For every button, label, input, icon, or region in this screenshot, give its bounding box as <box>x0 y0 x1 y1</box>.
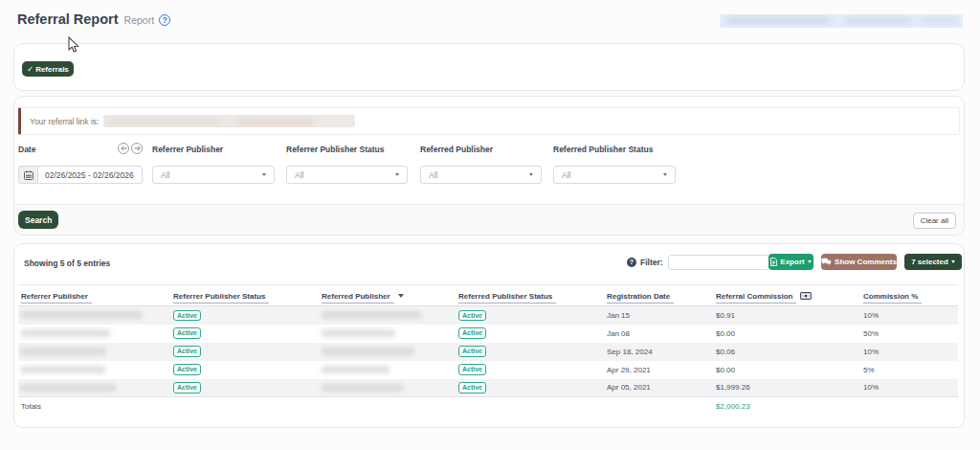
referred-status-cell: Active <box>456 361 604 379</box>
referrer-publisher-select[interactable]: All <box>152 166 275 184</box>
total-commission: $2,000.23 <box>713 397 860 416</box>
referral-link-label: Your referral link is: <box>30 117 99 126</box>
referred-status-cell: Active <box>456 325 604 343</box>
referred-publisher-cell <box>319 379 456 397</box>
column-header[interactable]: Referral Commission <box>713 285 860 306</box>
referred-status-cell: Active <box>456 379 604 397</box>
date-arrows <box>118 143 143 154</box>
column-header-label: Referrer Publisher Status <box>173 292 269 304</box>
filter-footer: Search Clear all <box>14 204 964 235</box>
chevron-down-icon <box>529 173 533 176</box>
referrer-publisher-cell <box>18 343 170 361</box>
referred-publisher-cell <box>319 306 456 325</box>
registration-date-cell: Apr 29, 2021 <box>604 361 713 379</box>
column-header-label: Referred Publisher Status <box>458 292 556 304</box>
referred-publisher-status-select[interactable]: All <box>553 166 676 184</box>
column-header-label: Referred Publisher <box>322 292 394 304</box>
column-header[interactable]: Referrer Publisher <box>18 285 170 306</box>
referrer-publisher-status-select[interactable]: All <box>286 166 408 184</box>
page-title-text: Referral Report <box>17 11 119 27</box>
referrals-tab-button[interactable]: ✓ Referrals <box>22 61 74 77</box>
column-header-label: Referral Commission <box>716 292 796 304</box>
referral-commission-cell: $0.91 <box>713 306 860 325</box>
show-comments-button[interactable]: Show Comments <box>821 254 897 270</box>
commission-pct-cell: 50% <box>860 325 958 343</box>
table-row: ActiveActiveJan 15$0.9110% <box>18 306 958 325</box>
tabs-card: ✓ Referrals <box>13 43 965 91</box>
commission-pct-cell: 10% <box>860 343 958 361</box>
showing-entries-text: Showing 5 of 5 entries <box>24 259 110 268</box>
referrals-tab-label: Referrals <box>35 65 69 74</box>
referrer-publisher-cell <box>18 379 170 397</box>
table-header-row: Referrer PublisherReferrer Publisher Sta… <box>18 285 958 306</box>
table-body: ActiveActiveJan 15$0.9110%ActiveActiveJa… <box>18 306 958 416</box>
date-filter-group: Date <box>18 145 143 184</box>
export-label: Export <box>780 258 804 266</box>
cash-icon <box>800 292 812 300</box>
status-badge: Active <box>458 327 486 339</box>
referred-publisher-status-value: All <box>562 170 570 180</box>
referred-publisher-label: Referred Publisher <box>420 145 542 154</box>
mouse-cursor-icon <box>67 36 79 54</box>
file-export-icon <box>770 258 777 266</box>
referrer-publisher-status-label: Referrer Publisher Status <box>286 145 408 154</box>
referral-commission-cell: $1,999.26 <box>713 379 860 397</box>
topbar-redacted-area <box>720 14 963 28</box>
commission-pct-cell: 10% <box>860 306 958 325</box>
show-comments-label: Show Comments <box>835 258 897 266</box>
column-header[interactable]: Commission % <box>860 285 958 306</box>
referrer-publisher-label: Referrer Publisher <box>152 145 275 154</box>
status-badge: Active <box>173 310 201 322</box>
columns-selected-button[interactable]: 7 selected <box>904 254 962 270</box>
referrer-publisher-cell <box>18 306 170 325</box>
selected-label: 7 selected <box>911 258 948 266</box>
sort-desc-icon <box>398 294 404 298</box>
comments-icon <box>821 258 832 266</box>
status-badge: Active <box>173 327 201 339</box>
column-header[interactable]: Registration Date <box>604 285 713 306</box>
column-header[interactable]: Referred Publisher Status <box>456 285 604 306</box>
status-badge: Active <box>173 346 201 357</box>
referred-publisher-status-label: Referred Publisher Status <box>553 145 676 154</box>
referrer-publisher-value: All <box>161 170 169 180</box>
page-title: Referral ReportReport? <box>17 11 170 27</box>
commission-pct-cell: 5% <box>860 361 958 379</box>
table-toolbar: Showing 5 of 5 entries ? Filter: Export … <box>14 244 964 284</box>
referrer-publisher-filter: Referrer Publisher All <box>152 145 275 184</box>
referrer-publisher-cell <box>18 325 170 343</box>
chevron-down-icon <box>663 173 667 176</box>
column-header[interactable]: Referrer Publisher Status <box>170 285 319 306</box>
page-subtitle: Report <box>124 14 155 26</box>
column-header-label: Registration Date <box>607 292 674 304</box>
referred-publisher-select[interactable]: All <box>420 166 542 184</box>
chevron-down-icon <box>808 260 812 263</box>
export-button[interactable]: Export <box>768 254 813 270</box>
status-badge: Active <box>173 364 201 375</box>
calendar-addon[interactable] <box>18 166 37 184</box>
status-badge: Active <box>458 364 486 375</box>
table-row: ActiveActiveSep 18, 2024$0.0610% <box>18 343 958 361</box>
table-filter-input[interactable] <box>668 255 769 270</box>
referral-commission-cell: $0.00 <box>713 325 860 343</box>
status-badge: Active <box>458 382 486 394</box>
referred-publisher-cell <box>319 325 456 343</box>
referrer-publisher-status-value: All <box>295 170 303 180</box>
referral-link-redacted <box>103 115 355 127</box>
referrer-status-cell: Active <box>170 361 319 379</box>
referrals-table: Referrer PublisherReferrer Publisher Sta… <box>18 284 958 416</box>
check-icon: ✓ <box>27 64 33 74</box>
search-button[interactable]: Search <box>18 211 58 229</box>
column-header[interactable]: Referred Publisher <box>319 285 456 306</box>
clear-all-button[interactable]: Clear all <box>913 213 956 229</box>
registration-date-cell: Jan 15 <box>604 306 713 325</box>
filter-box: ? Filter: <box>627 255 769 270</box>
help-icon[interactable]: ? <box>159 14 170 26</box>
date-range-input[interactable] <box>37 166 143 184</box>
date-next-button[interactable] <box>131 143 143 154</box>
referrer-status-cell: Active <box>170 379 319 397</box>
date-prev-button[interactable] <box>118 143 129 154</box>
referred-publisher-cell <box>319 361 456 379</box>
filter-help-icon[interactable]: ? <box>627 258 636 267</box>
referred-publisher-filter: Referred Publisher All <box>420 145 542 184</box>
referred-publisher-value: All <box>429 170 437 180</box>
